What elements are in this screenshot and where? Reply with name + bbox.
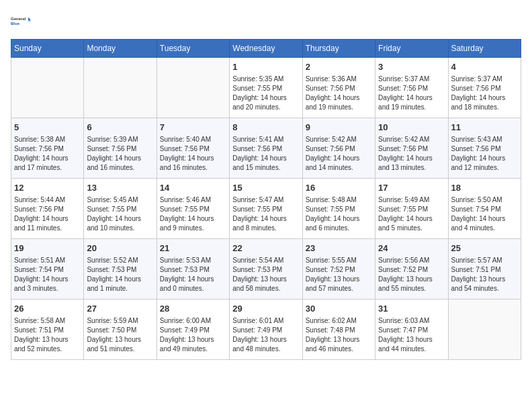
calendar-cell: 21Sunrise: 5:53 AM Sunset: 7:53 PM Dayli… [157, 239, 229, 300]
day-info: Sunrise: 5:53 AM Sunset: 7:53 PM Dayligh… [160, 256, 226, 293]
calendar-cell: 7Sunrise: 5:40 AM Sunset: 7:56 PM Daylig… [157, 118, 229, 179]
calendar-cell: 25Sunrise: 5:57 AM Sunset: 7:51 PM Dayli… [448, 239, 521, 300]
day-info: Sunrise: 6:00 AM Sunset: 7:49 PM Dayligh… [160, 316, 226, 354]
day-number: 16 [306, 182, 372, 194]
calendar-week-row: 1Sunrise: 5:35 AM Sunset: 7:55 PM Daylig… [11, 58, 521, 118]
day-number: 13 [87, 182, 153, 194]
calendar-week-row: 5Sunrise: 5:38 AM Sunset: 7:56 PM Daylig… [11, 118, 521, 179]
day-number: 27 [87, 303, 153, 315]
calendar-cell: 29Sunrise: 6:01 AM Sunset: 7:49 PM Dayli… [230, 300, 302, 360]
day-info: Sunrise: 5:36 AM Sunset: 7:56 PM Dayligh… [306, 75, 372, 112]
day-number: 21 [160, 242, 226, 255]
day-number: 3 [378, 61, 445, 73]
day-number: 2 [306, 61, 372, 73]
calendar-cell: 6Sunrise: 5:39 AM Sunset: 7:56 PM Daylig… [84, 118, 157, 179]
day-number: 1 [232, 61, 299, 73]
day-number: 20 [87, 242, 153, 255]
day-number: 25 [451, 242, 518, 255]
day-number: 19 [14, 242, 81, 255]
svg-text:General: General [11, 17, 26, 21]
calendar-cell: 12Sunrise: 5:44 AM Sunset: 7:56 PM Dayli… [11, 179, 84, 239]
calendar-cell: 2Sunrise: 5:36 AM Sunset: 7:56 PM Daylig… [302, 58, 375, 118]
calendar-cell [84, 58, 157, 118]
day-number: 29 [232, 303, 299, 315]
days-of-week-row: SundayMondayTuesdayWednesdayThursdayFrid… [11, 40, 521, 58]
calendar-week-row: 19Sunrise: 5:51 AM Sunset: 7:54 PM Dayli… [11, 239, 521, 300]
calendar-cell: 9Sunrise: 5:42 AM Sunset: 7:56 PM Daylig… [302, 118, 375, 179]
day-number: 28 [160, 303, 226, 315]
day-info: Sunrise: 6:03 AM Sunset: 7:47 PM Dayligh… [378, 316, 445, 354]
calendar-cell: 13Sunrise: 5:45 AM Sunset: 7:55 PM Dayli… [84, 179, 157, 239]
day-info: Sunrise: 6:01 AM Sunset: 7:49 PM Dayligh… [232, 316, 299, 354]
day-number: 18 [451, 182, 518, 194]
calendar-week-row: 12Sunrise: 5:44 AM Sunset: 7:56 PM Dayli… [11, 179, 521, 239]
calendar-cell: 17Sunrise: 5:49 AM Sunset: 7:55 PM Dayli… [375, 179, 448, 239]
calendar-cell: 20Sunrise: 5:52 AM Sunset: 7:53 PM Dayli… [84, 239, 157, 300]
day-number: 17 [378, 182, 445, 194]
day-info: Sunrise: 5:44 AM Sunset: 7:56 PM Dayligh… [14, 195, 81, 233]
calendar-week-row: 26Sunrise: 5:58 AM Sunset: 7:51 PM Dayli… [11, 300, 521, 360]
calendar-cell: 8Sunrise: 5:41 AM Sunset: 7:56 PM Daylig… [230, 118, 302, 179]
calendar-cell: 18Sunrise: 5:50 AM Sunset: 7:54 PM Dayli… [448, 179, 521, 239]
calendar-cell: 10Sunrise: 5:42 AM Sunset: 7:56 PM Dayli… [375, 118, 448, 179]
logo: GeneralBlue [11, 11, 32, 32]
day-info: Sunrise: 5:58 AM Sunset: 7:51 PM Dayligh… [14, 316, 81, 354]
day-info: Sunrise: 5:42 AM Sunset: 7:56 PM Dayligh… [306, 135, 372, 173]
day-info: Sunrise: 5:48 AM Sunset: 7:55 PM Dayligh… [306, 195, 372, 233]
calendar-body: 1Sunrise: 5:35 AM Sunset: 7:55 PM Daylig… [11, 58, 521, 360]
day-info: Sunrise: 5:43 AM Sunset: 7:56 PM Dayligh… [451, 135, 518, 173]
day-info: Sunrise: 5:39 AM Sunset: 7:56 PM Dayligh… [87, 135, 153, 173]
day-of-week-header: Friday [375, 40, 448, 58]
day-of-week-header: Monday [84, 40, 157, 58]
day-number: 26 [14, 303, 81, 315]
day-info: Sunrise: 5:55 AM Sunset: 7:52 PM Dayligh… [306, 256, 372, 293]
day-info: Sunrise: 5:51 AM Sunset: 7:54 PM Dayligh… [14, 256, 81, 293]
calendar-cell: 24Sunrise: 5:56 AM Sunset: 7:52 PM Dayli… [375, 239, 448, 300]
day-info: Sunrise: 5:35 AM Sunset: 7:55 PM Dayligh… [232, 75, 299, 112]
calendar-table: SundayMondayTuesdayWednesdayThursdayFrid… [11, 39, 521, 360]
day-info: Sunrise: 5:38 AM Sunset: 7:56 PM Dayligh… [14, 135, 81, 173]
day-number: 10 [378, 122, 445, 134]
day-of-week-header: Thursday [302, 40, 375, 58]
day-info: Sunrise: 5:52 AM Sunset: 7:53 PM Dayligh… [87, 256, 153, 293]
day-info: Sunrise: 5:45 AM Sunset: 7:55 PM Dayligh… [87, 195, 153, 233]
day-info: Sunrise: 5:56 AM Sunset: 7:52 PM Dayligh… [378, 256, 445, 293]
day-of-week-header: Saturday [448, 40, 521, 58]
day-info: Sunrise: 5:54 AM Sunset: 7:53 PM Dayligh… [232, 256, 299, 293]
calendar-cell: 3Sunrise: 5:37 AM Sunset: 7:56 PM Daylig… [375, 58, 448, 118]
calendar-cell: 1Sunrise: 5:35 AM Sunset: 7:55 PM Daylig… [230, 58, 302, 118]
day-number: 12 [14, 182, 81, 194]
day-info: Sunrise: 5:40 AM Sunset: 7:56 PM Dayligh… [160, 135, 226, 173]
calendar-cell: 16Sunrise: 5:48 AM Sunset: 7:55 PM Dayli… [302, 179, 375, 239]
calendar-cell [11, 58, 84, 118]
day-number: 8 [232, 122, 299, 134]
calendar-header: SundayMondayTuesdayWednesdayThursdayFrid… [11, 40, 521, 58]
calendar-cell [157, 58, 229, 118]
calendar-cell: 23Sunrise: 5:55 AM Sunset: 7:52 PM Dayli… [302, 239, 375, 300]
day-number: 9 [306, 122, 372, 134]
calendar-cell: 31Sunrise: 6:03 AM Sunset: 7:47 PM Dayli… [375, 300, 448, 360]
day-number: 23 [306, 242, 372, 255]
day-info: Sunrise: 6:02 AM Sunset: 7:48 PM Dayligh… [306, 316, 372, 354]
day-number: 14 [160, 182, 226, 194]
day-number: 11 [451, 122, 518, 134]
svg-text:Blue: Blue [11, 21, 20, 26]
day-number: 30 [306, 303, 372, 315]
calendar-cell: 30Sunrise: 6:02 AM Sunset: 7:48 PM Dayli… [302, 300, 375, 360]
day-of-week-header: Wednesday [230, 40, 302, 58]
day-info: Sunrise: 5:57 AM Sunset: 7:51 PM Dayligh… [451, 256, 518, 293]
day-info: Sunrise: 5:50 AM Sunset: 7:54 PM Dayligh… [451, 195, 518, 233]
day-number: 5 [14, 122, 81, 134]
calendar-cell: 11Sunrise: 5:43 AM Sunset: 7:56 PM Dayli… [448, 118, 521, 179]
calendar-cell: 22Sunrise: 5:54 AM Sunset: 7:53 PM Dayli… [230, 239, 302, 300]
day-info: Sunrise: 5:42 AM Sunset: 7:56 PM Dayligh… [378, 135, 445, 173]
calendar-cell: 19Sunrise: 5:51 AM Sunset: 7:54 PM Dayli… [11, 239, 84, 300]
day-info: Sunrise: 5:37 AM Sunset: 7:56 PM Dayligh… [451, 75, 518, 112]
day-info: Sunrise: 5:47 AM Sunset: 7:55 PM Dayligh… [232, 195, 299, 233]
calendar-cell: 28Sunrise: 6:00 AM Sunset: 7:49 PM Dayli… [157, 300, 229, 360]
day-of-week-header: Tuesday [157, 40, 229, 58]
calendar-cell: 14Sunrise: 5:46 AM Sunset: 7:55 PM Dayli… [157, 179, 229, 239]
day-info: Sunrise: 5:46 AM Sunset: 7:55 PM Dayligh… [160, 195, 226, 233]
calendar-cell: 15Sunrise: 5:47 AM Sunset: 7:55 PM Dayli… [230, 179, 302, 239]
day-number: 7 [160, 122, 226, 134]
